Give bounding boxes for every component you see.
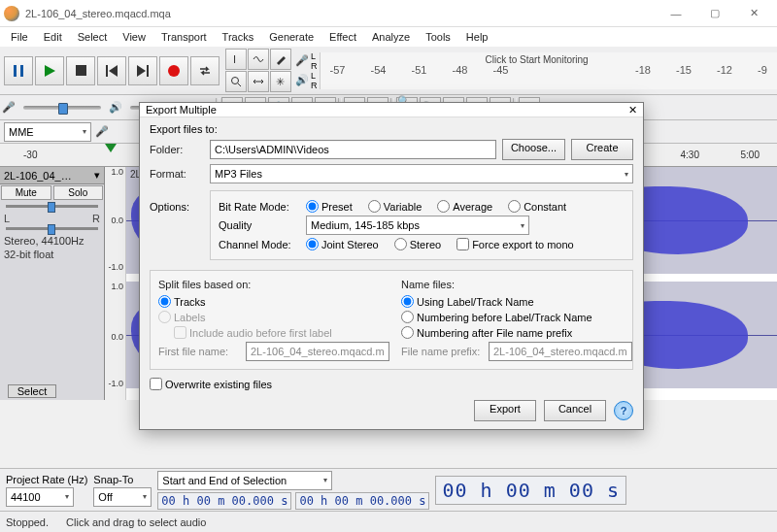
status-bar: Stopped. Click and drag to select audio [0,511,777,532]
svg-point-10 [232,78,239,84]
svg-text:✳: ✳ [276,76,285,87]
zoom-tool[interactable] [225,71,247,92]
track-name[interactable]: 2L-106_04_…▾ [0,167,104,184]
name-numbefore-radio[interactable]: Numbering before Label/Track Name [401,311,623,323]
record-meter[interactable]: Click to Start Monitoring -57-54-51-48-4… [320,52,778,89]
track-select-button[interactable]: Select [8,384,56,398]
app-icon [4,6,19,21]
menu-tools[interactable]: Tools [419,29,457,45]
svg-line-11 [238,83,241,86]
selection-caption-combo[interactable]: Start and End of Selection▾ [157,471,332,490]
record-volume-slider[interactable] [23,106,101,110]
bitrate-preset-radio[interactable]: Preset [306,200,353,213]
skip-end-button[interactable] [128,56,157,85]
menu-generate[interactable]: Generate [262,29,321,45]
window-title: 2L-106_04_stereo.mqacd.mqa [25,8,657,19]
channel-joint-radio[interactable]: Joint Stereo [306,238,379,250]
selection-tool[interactable]: I [225,49,247,70]
audio-position-display[interactable]: 00 h 00 m 00 s [435,476,626,505]
pause-button[interactable] [4,56,33,85]
prefix-input [489,342,632,361]
stop-button[interactable] [66,56,95,85]
transport-toolbar [0,52,223,89]
envelope-tool[interactable] [248,49,269,70]
audio-host-combo[interactable]: MME▾ [4,122,91,142]
menu-file[interactable]: File [4,29,35,45]
status-state: Stopped. [6,516,49,528]
minimize-button[interactable]: ― [657,0,695,27]
multi-tool[interactable]: ✳ [270,71,291,92]
menu-analyze[interactable]: Analyze [365,29,417,45]
channel-stereo-radio[interactable]: Stereo [394,238,441,250]
export-multiple-dialog: Export Multiple ✕ Export files to: Folde… [139,102,644,430]
snap-to-label: Snap-To [93,474,152,485]
timeshift-tool[interactable] [248,71,269,92]
solo-button[interactable]: Solo [53,185,104,200]
svg-marker-5 [109,65,118,77]
mic-icon: 🎤 [95,125,109,138]
force-mono-check[interactable]: Force export to mono [456,238,574,250]
help-icon[interactable]: ? [614,401,633,420]
play-button[interactable] [35,56,64,85]
menu-view[interactable]: View [116,29,152,45]
mute-button[interactable]: Mute [1,185,51,200]
selection-toolbar: Project Rate (Hz) 44100▾ Snap-To Off▾ St… [0,468,777,511]
name-label-radio[interactable]: Using Label/Track Name [401,295,623,308]
track-menu-chevron-icon[interactable]: ▾ [94,169,100,182]
folder-label: Folder: [150,144,204,155]
pan-slider[interactable] [6,227,98,230]
menu-effect[interactable]: Effect [322,29,363,45]
playhead-icon[interactable] [105,144,117,152]
record-button[interactable] [159,56,188,85]
menu-help[interactable]: Help [459,29,495,45]
create-button[interactable]: Create [571,139,633,160]
svg-rect-7 [147,65,149,77]
svg-text:I: I [233,53,236,65]
bitrate-average-radio[interactable]: Average [437,200,492,213]
include-audio-check[interactable]: Include audio before first label [174,326,380,339]
track-bitdepth-text: 32-bit float [4,248,100,261]
status-hint: Click and drag to select audio [66,516,206,528]
split-labels-radio[interactable]: Labels [158,311,380,323]
track-control-panel: 2L-106_04_…▾ Mute Solo LR Stereo, 44100H… [0,167,105,400]
cancel-button[interactable]: Cancel [544,400,606,421]
folder-input[interactable] [210,140,496,159]
format-combo[interactable]: MP3 Files▾ [210,164,633,183]
selection-end-time[interactable]: 00 h 00 m 00.000 s [295,492,429,510]
svg-marker-6 [137,65,146,77]
selection-start-time[interactable]: 00 h 00 m 00.000 s [157,492,291,510]
prefix-label: File name prefix: [401,346,483,357]
menu-transport[interactable]: Transport [154,29,214,45]
overwrite-check[interactable]: Overwrite existing files [150,378,624,390]
loop-button[interactable] [190,56,220,85]
snap-to-combo[interactable]: Off▾ [93,487,152,507]
bitrate-variable-radio[interactable]: Variable [368,200,422,213]
export-button[interactable]: Export [474,400,536,421]
draw-tool[interactable] [270,49,291,70]
split-header: Split files based on: [158,279,389,290]
quality-combo[interactable]: Medium, 145-185 kbps▾ [306,216,529,235]
svg-rect-4 [106,65,108,77]
choose-button[interactable]: Choose... [502,139,565,160]
speaker-icon: 🔊 [109,101,122,114]
skip-start-button[interactable] [97,56,126,85]
mic-icon: 🎤 [2,101,16,114]
project-rate-label: Project Rate (Hz) [6,474,87,485]
options-label: Options: [150,201,204,262]
svg-rect-1 [20,65,23,77]
project-rate-combo[interactable]: 44100▾ [6,487,74,507]
amplitude-scale: 1.00.0-1.0 1.00.0-1.0 [105,167,126,400]
gain-slider[interactable] [6,205,98,208]
name-numafter-radio[interactable]: Numbering after File name prefix [401,326,623,339]
menu-tracks[interactable]: Tracks [216,29,261,45]
menu-edit[interactable]: Edit [37,29,69,45]
svg-point-8 [168,65,180,77]
split-tracks-radio[interactable]: Tracks [158,295,380,308]
svg-marker-2 [45,65,55,77]
bitrate-constant-radio[interactable]: Constant [508,200,566,213]
dialog-close-button[interactable]: ✕ [628,104,637,116]
format-label: Format: [150,168,204,180]
close-button[interactable]: ✕ [734,0,773,27]
maximize-button[interactable]: ▢ [695,0,734,27]
menu-select[interactable]: Select [71,29,115,45]
